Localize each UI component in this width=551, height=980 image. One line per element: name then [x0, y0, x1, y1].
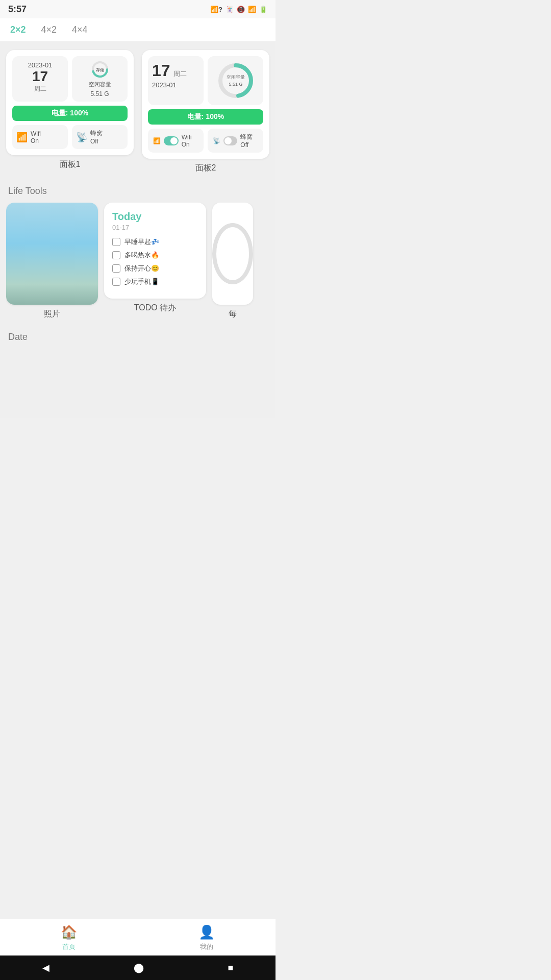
- panel-grid: 2023-01 17 周二 存储 空闲容量 5.51 G 电量:: [6, 50, 269, 174]
- storage-donut-icon: 存储: [91, 60, 109, 79]
- panel1-label: 面板1: [6, 159, 134, 170]
- todo-item-1[interactable]: 多喝热水🔥: [112, 251, 198, 260]
- date-section-title: Date: [8, 332, 267, 342]
- tab-4x2[interactable]: 4×2: [41, 24, 57, 35]
- panel2-wifi-icon: 📶: [153, 137, 161, 144]
- todo-title: Today: [112, 211, 198, 223]
- photo-tool-wrapper: 照片: [6, 203, 98, 320]
- panel1-storage-box: 存储 空闲容量 5.51 G: [72, 56, 128, 102]
- status-bar: 5:57 📶? 🃏 📵 📶 🔋: [0, 0, 276, 18]
- tools-row: 照片 Today 01-17 早睡早起💤 多喝热水🔥: [6, 203, 269, 320]
- panel2-month: 2023-01: [152, 81, 199, 89]
- panel1-cell-icon: 📡: [76, 132, 87, 143]
- todo-checkbox-2[interactable]: [112, 264, 120, 273]
- todo-checkbox-0[interactable]: [112, 238, 120, 246]
- todo-label: TODO 待办: [104, 303, 206, 313]
- panel2-wifi-label: Wifi: [182, 134, 192, 141]
- photo-card[interactable]: [6, 203, 98, 305]
- tab-4x4[interactable]: 4×4: [72, 24, 88, 35]
- panel1-wifi-status: On: [31, 137, 41, 144]
- panel1-weekday: 周二: [16, 85, 64, 93]
- svg-text:5.51 G: 5.51 G: [229, 82, 242, 87]
- panel1-cell-status: Off: [90, 138, 103, 145]
- panel-1-card: 2023-01 17 周二 存储 空闲容量 5.51 G 电量:: [6, 50, 134, 155]
- life-tools-section-title: Life Tools: [8, 186, 267, 197]
- wifi-question-icon: 📶?: [210, 6, 222, 13]
- panel1-wifi-box: 📶 Wifi On: [12, 125, 68, 149]
- top-tab-bar: 2×2 4×2 4×4: [0, 18, 276, 42]
- panel2-wifi-status: On: [182, 141, 190, 148]
- panel2-donut-box: 空闲容量 5.51 G: [208, 56, 263, 105]
- wifi-x-icon: 📵: [237, 6, 245, 13]
- panel1-month: 2023-01: [16, 61, 64, 69]
- todo-checkbox-3[interactable]: [112, 278, 120, 286]
- partial-circle: [212, 223, 253, 284]
- panel2-label: 面板2: [142, 163, 269, 174]
- panel1-wifi-label: Wifi: [31, 130, 41, 137]
- todo-items: 早睡早起💤 多喝热水🔥 保持开心😊 少玩手机📱: [112, 237, 198, 286]
- panel2-weekday: 周二: [173, 69, 187, 79]
- todo-date: 01-17: [112, 224, 198, 231]
- panel2-battery-bar: 电量: 100%: [148, 109, 263, 125]
- panel2-day: 17: [152, 61, 170, 80]
- status-icons: 📶? 🃏 📵 📶 🔋: [210, 6, 267, 13]
- photo-placeholder: [6, 203, 98, 305]
- todo-checkbox-1[interactable]: [112, 251, 120, 259]
- panel2-top: 17 周二 2023-01 空闲容量 5.51 G: [148, 56, 263, 105]
- todo-item-2[interactable]: 保持开心😊: [112, 264, 198, 273]
- todo-text-0: 早睡早起💤: [124, 237, 159, 247]
- panel1-storage-value: 5.51 G: [90, 90, 109, 97]
- main-content: 2023-01 17 周二 存储 空闲容量 5.51 G 电量:: [0, 42, 276, 418]
- panel-2-wrapper: 17 周二 2023-01 空闲容量 5.51 G 电: [142, 50, 269, 174]
- panel1-day: 17: [16, 69, 64, 85]
- svg-text:空闲容量: 空闲容量: [227, 75, 245, 80]
- panel2-wifi-toggle-box[interactable]: 📶 Wifi On: [148, 129, 204, 153]
- svg-text:存储: 存储: [96, 68, 104, 72]
- panel1-battery-bar: 电量: 100%: [12, 106, 128, 121]
- sd-card-icon: 🃏: [226, 6, 234, 13]
- todo-text-3: 少玩手机📱: [124, 277, 159, 286]
- panel2-cell-status: Off: [240, 141, 248, 149]
- partial-tool-wrapper: 每: [212, 203, 253, 320]
- panel2-wifi-toggle[interactable]: [164, 136, 179, 145]
- panel1-network-row: 📶 Wifi On 📡 蜂窝 Off: [12, 125, 128, 149]
- todo-text-1: 多喝热水🔥: [124, 251, 159, 260]
- todo-item-0[interactable]: 早睡早起💤: [112, 237, 198, 247]
- partial-label: 每: [212, 309, 253, 320]
- todo-tool-wrapper: Today 01-17 早睡早起💤 多喝热水🔥 保持开心😊: [104, 203, 206, 320]
- panel1-cell-box: 📡 蜂窝 Off: [72, 125, 128, 149]
- panel1-cell-label: 蜂窝: [90, 129, 103, 138]
- panel2-cell-icon: 📡: [213, 137, 220, 144]
- todo-item-3[interactable]: 少玩手机📱: [112, 277, 198, 286]
- partial-card[interactable]: [212, 203, 253, 305]
- status-time: 5:57: [8, 4, 27, 15]
- panel2-date-box: 17 周二 2023-01: [148, 56, 204, 105]
- panel2-cell-toggle-box[interactable]: 📡 蜂窝 Off: [208, 129, 263, 153]
- photo-label: 照片: [6, 309, 98, 320]
- panel1-top: 2023-01 17 周二 存储 空闲容量 5.51 G: [12, 56, 128, 102]
- panel2-donut-chart: 空闲容量 5.51 G: [215, 60, 256, 101]
- panel1-storage-label: 空闲容量: [89, 81, 111, 88]
- signal-icon: 📶: [248, 6, 256, 13]
- tab-2x2[interactable]: 2×2: [10, 24, 26, 35]
- panel-2-card: 17 周二 2023-01 空闲容量 5.51 G 电: [142, 50, 269, 159]
- todo-text-2: 保持开心😊: [124, 264, 159, 273]
- battery-status-icon: 🔋: [259, 6, 267, 13]
- panel2-toggle-row: 📶 Wifi On 📡: [148, 129, 263, 153]
- panel1-date-box: 2023-01 17 周二: [12, 56, 68, 102]
- panel-1-wrapper: 2023-01 17 周二 存储 空闲容量 5.51 G 电量:: [6, 50, 134, 174]
- panel1-wifi-icon: 📶: [16, 132, 28, 143]
- panel2-cell-label: 蜂窝: [240, 133, 253, 140]
- todo-card[interactable]: Today 01-17 早睡早起💤 多喝热水🔥 保持开心😊: [104, 203, 206, 299]
- panel2-cell-toggle[interactable]: [223, 136, 237, 145]
